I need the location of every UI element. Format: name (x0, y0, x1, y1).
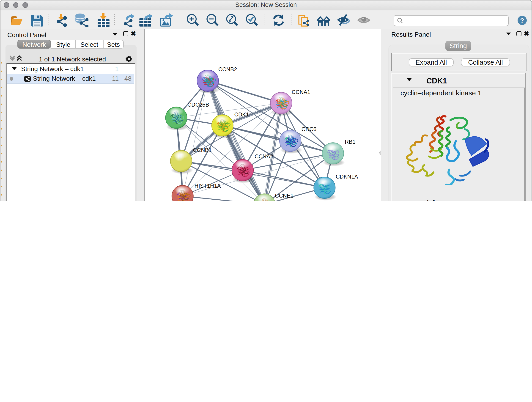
svg-text:CDK1: CDK1 (234, 111, 249, 118)
svg-text:CCNB1: CCNB1 (193, 147, 212, 153)
svg-text:CCNA1: CCNA1 (292, 89, 310, 95)
svg-text:CDC25B: CDC25B (187, 102, 209, 108)
svg-text:CCNB2: CCNB2 (218, 66, 237, 72)
svg-text:HIST1H1A: HIST1H1A (195, 183, 221, 189)
svg-text:?: ? (520, 17, 524, 24)
svg-text:CDC6: CDC6 (302, 126, 317, 132)
svg-text:RB1: RB1 (345, 139, 355, 145)
svg-text:CDKN1A: CDKN1A (336, 173, 358, 180)
svg-text:CCNE1: CCNE1 (275, 192, 293, 199)
svg-text:CCNA2: CCNA2 (254, 153, 273, 160)
